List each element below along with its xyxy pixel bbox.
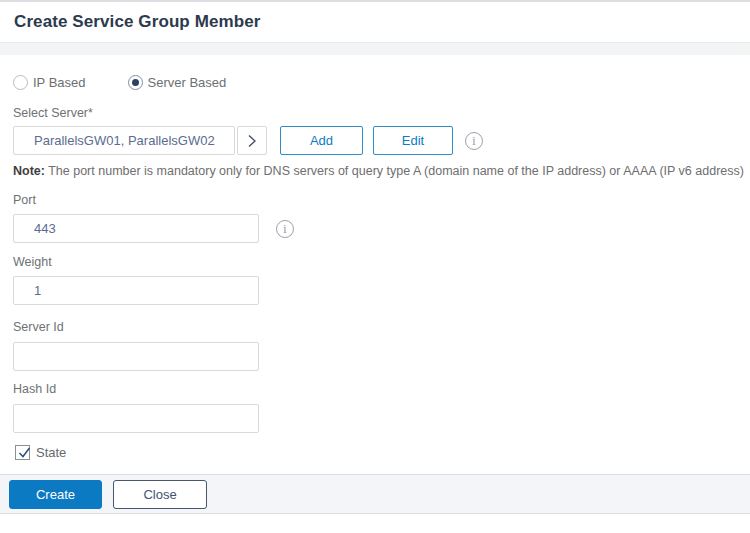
state-label: State [36, 445, 66, 460]
hash-id-input[interactable] [13, 404, 259, 433]
weight-input[interactable] [13, 276, 259, 305]
weight-label: Weight [13, 256, 740, 269]
state-row: State [13, 444, 740, 460]
server-expander-button[interactable] [237, 126, 267, 155]
port-input[interactable] [13, 214, 259, 243]
note-prefix: Note: [13, 164, 45, 178]
info-icon[interactable]: i [276, 220, 294, 238]
weight-row [13, 276, 740, 305]
radio-selected-icon[interactable] [128, 75, 143, 90]
add-server-button[interactable]: Add [280, 126, 363, 155]
port-label: Port [13, 194, 740, 207]
radio-ip-based-label: IP Based [33, 75, 86, 90]
footer-bar: Create Close [0, 474, 750, 514]
server-id-label: Server Id [13, 321, 740, 334]
port-note: Note: The port number is mandatory only … [13, 164, 740, 178]
radio-ip-based[interactable]: IP Based [13, 75, 86, 90]
hash-id-label: Hash Id [13, 383, 740, 396]
edit-server-button[interactable]: Edit [373, 126, 453, 155]
dialog-header: Create Service Group Member [0, 0, 750, 42]
hash-id-row [13, 404, 740, 433]
close-button[interactable]: Close [113, 480, 207, 509]
radio-server-based[interactable]: Server Based [128, 75, 227, 90]
note-text: The port number is mandatory only for DN… [45, 164, 744, 178]
select-server-input[interactable] [13, 126, 235, 155]
select-server-label: Select Server* [13, 107, 740, 120]
server-id-input[interactable] [13, 342, 259, 371]
select-server-row: Add Edit i [13, 126, 740, 155]
radio-circle-icon[interactable] [13, 75, 28, 90]
info-icon[interactable]: i [465, 132, 483, 150]
server-id-row [13, 342, 740, 371]
create-button[interactable]: Create [9, 480, 102, 509]
header-separator-band [0, 42, 750, 55]
radio-server-based-label: Server Based [148, 75, 227, 90]
chevron-right-icon [247, 134, 257, 148]
port-row: i [13, 214, 740, 243]
form-body: IP Based Server Based Select Server* Add… [0, 74, 750, 460]
member-type-radio-group: IP Based Server Based [13, 74, 740, 90]
page-title: Create Service Group Member [14, 12, 260, 32]
state-checkbox[interactable] [15, 445, 30, 460]
